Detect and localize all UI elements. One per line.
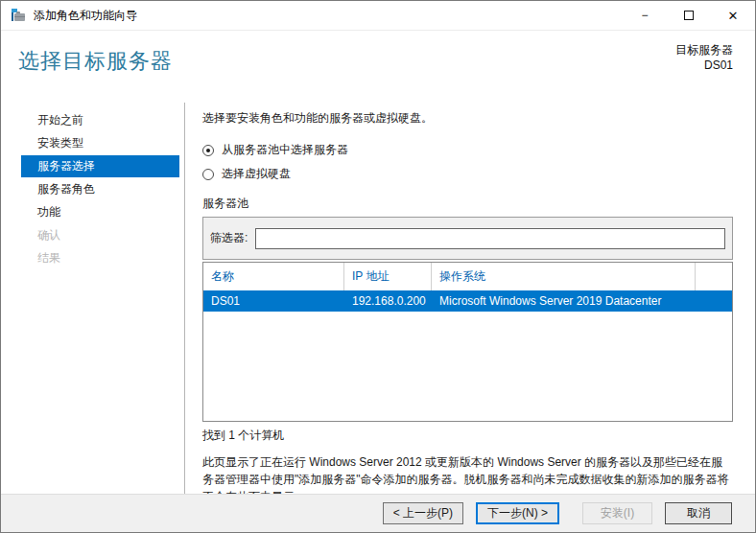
target-server-value: DS01 xyxy=(675,58,733,73)
close-icon[interactable]: ✕ xyxy=(711,1,755,30)
radio-select-from-pool[interactable]: 从服务器池中选择服务器 xyxy=(202,142,733,158)
window-title: 添加角色和功能向导 xyxy=(34,8,137,24)
sidebar-item-results: 结果 xyxy=(21,247,179,269)
target-server-label: 目标服务器 xyxy=(675,42,733,58)
radio-label: 选择虚拟硬盘 xyxy=(222,166,291,182)
column-header-name[interactable]: 名称 xyxy=(203,263,344,290)
server-manager-icon xyxy=(11,8,26,23)
server-pool-label: 服务器池 xyxy=(202,196,733,212)
radio-selected-icon[interactable] xyxy=(202,145,214,156)
column-header-ip[interactable]: IP 地址 xyxy=(344,263,432,290)
wizard-window: 添加角色和功能向导 − ✕ 选择目标服务器 目标服务器 DS01 开始之前 安装… xyxy=(0,0,756,533)
radio-label: 从服务器池中选择服务器 xyxy=(222,142,348,158)
cell-server-ip: 192.168.0.200 xyxy=(344,294,432,308)
next-button[interactable]: 下一步(N) > xyxy=(476,502,559,524)
sidebar-item-installation-type[interactable]: 安装类型 xyxy=(21,132,179,154)
sidebar-item-server-selection[interactable]: 服务器选择 xyxy=(21,155,179,177)
filter-input[interactable] xyxy=(255,228,725,249)
wizard-footer: < 上一步(P) 下一步(N) > 安装(I) 取消 xyxy=(1,494,755,532)
filter-panel: 筛选器: xyxy=(202,217,733,260)
page-header: 选择目标服务器 目标服务器 DS01 xyxy=(1,32,755,103)
table-header-row: 名称 IP 地址 操作系统 xyxy=(203,263,732,290)
column-header-filler xyxy=(696,263,732,290)
cancel-button[interactable]: 取消 xyxy=(665,502,732,524)
caption-buttons: − ✕ xyxy=(623,1,755,30)
radio-select-vhd[interactable]: 选择虚拟硬盘 xyxy=(202,166,733,182)
filter-label: 筛选器: xyxy=(210,230,248,246)
table-row[interactable]: DS01 192.168.0.200 Microsoft Windows Ser… xyxy=(203,290,732,312)
instruction-text: 选择要安装角色和功能的服务器或虚拟硬盘。 xyxy=(202,110,733,127)
cell-server-os: Microsoft Windows Server 2019 Datacenter xyxy=(432,294,696,308)
computers-found-text: 找到 1 个计算机 xyxy=(202,428,733,444)
sidebar-item-before-you-begin[interactable]: 开始之前 xyxy=(21,109,179,131)
title-bar: 添加角色和功能向导 − ✕ xyxy=(1,1,755,31)
sidebar-item-confirmation: 确认 xyxy=(21,224,179,246)
radio-unselected-icon[interactable] xyxy=(202,169,214,180)
page-title: 选择目标服务器 xyxy=(18,47,173,76)
sidebar-item-features[interactable]: 功能 xyxy=(21,201,179,223)
previous-button[interactable]: < 上一步(P) xyxy=(383,502,463,524)
sidebar-item-server-roles[interactable]: 服务器角色 xyxy=(21,178,179,200)
main-content: 选择要安装角色和功能的服务器或虚拟硬盘。 从服务器池中选择服务器 选择虚拟硬盘 … xyxy=(185,103,755,494)
cell-server-name: DS01 xyxy=(203,294,344,308)
wizard-steps-sidebar: 开始之前 安装类型 服务器选择 服务器角色 功能 确认 结果 xyxy=(1,103,185,494)
install-button: 安装(I) xyxy=(582,502,652,524)
target-server-info: 目标服务器 DS01 xyxy=(675,42,733,73)
maximize-icon[interactable] xyxy=(667,1,711,30)
server-pool-table: 名称 IP 地址 操作系统 DS01 192.168.0.200 Microso… xyxy=(202,262,733,422)
column-header-os[interactable]: 操作系统 xyxy=(432,263,696,290)
minimize-icon[interactable]: − xyxy=(623,1,667,30)
